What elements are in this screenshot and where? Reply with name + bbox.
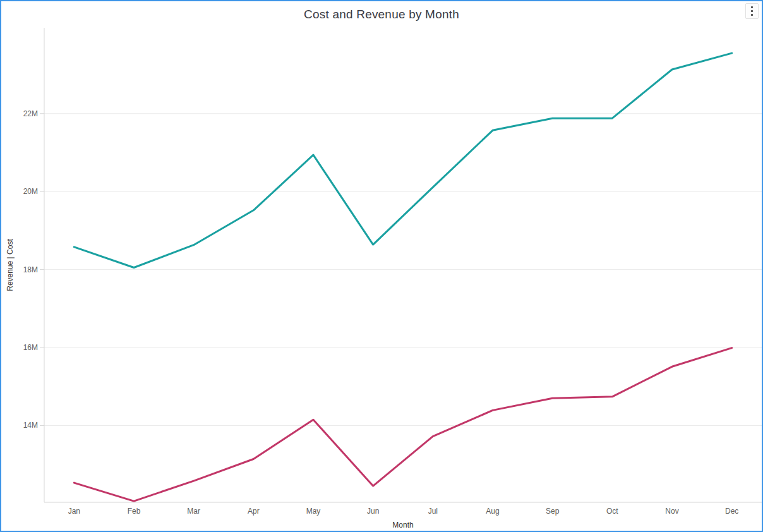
x-tick-label: Jan	[68, 507, 80, 516]
x-tick-label: May	[306, 507, 321, 516]
x-tick-label: Oct	[606, 507, 618, 516]
x-tick-label: Mar	[187, 507, 200, 516]
x-tick-label: Apr	[248, 507, 260, 516]
x-tick-label: Nov	[665, 507, 678, 516]
revenue-line[interactable]	[74, 53, 731, 267]
line-chart-visual: Cost and Revenue by Month 14M16M18M20M22…	[0, 0, 763, 532]
x-axis-title: Month	[392, 521, 413, 529]
x-tick-label: Dec	[725, 507, 738, 516]
y-tick-label: 22M	[23, 109, 38, 118]
y-tick-label: 14M	[23, 421, 38, 430]
x-tick-label: Feb	[128, 507, 141, 516]
x-tick-label: Jul	[428, 507, 438, 516]
y-tick-label: 18M	[23, 265, 38, 274]
y-axis-title: Revenue | Cost	[6, 239, 15, 291]
y-tick-label: 16M	[23, 343, 38, 352]
chart-plot-area[interactable]: 14M16M18M20M22MJanFebMarAprMayJunJulAugS…	[1, 1, 763, 532]
cost-line[interactable]	[74, 348, 731, 502]
x-tick-label: Sep	[546, 507, 560, 516]
x-tick-label: Jun	[367, 507, 379, 516]
y-tick-label: 20M	[23, 187, 38, 196]
x-tick-label: Aug	[486, 507, 499, 516]
